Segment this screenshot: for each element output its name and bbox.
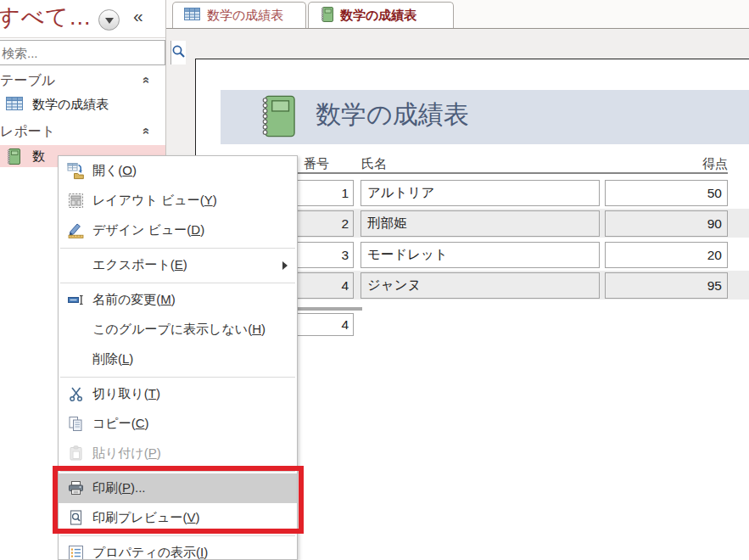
report-icon <box>6 148 20 167</box>
cell-no[interactable]: 2 <box>293 210 354 237</box>
menu-item-export[interactable]: エクスポート(E) <box>59 250 297 280</box>
menu-item-label: このグループに表示しない(H) <box>92 322 266 338</box>
cell-score[interactable]: 20 <box>605 242 728 268</box>
menu-item-label: 名前の変更(M) <box>92 292 176 308</box>
cell-total-count[interactable]: 4 <box>293 313 354 336</box>
header-underline <box>296 172 728 174</box>
cell-score[interactable]: 95 <box>605 272 728 299</box>
chevron-down-icon <box>105 18 114 24</box>
nav-pane-title: すべて... <box>0 2 91 32</box>
menu-item-delete[interactable]: 削除(L) <box>59 344 297 374</box>
menu-item-label: プロパティの表示(I) <box>92 545 208 560</box>
chevron-up-double-icon: « <box>139 127 154 134</box>
column-header-score: 得点 <box>605 156 728 172</box>
chevron-up-double-icon: « <box>139 76 154 83</box>
report-icon <box>320 7 333 25</box>
menu-item-rename[interactable]: 名前の変更(M) <box>59 285 297 315</box>
menu-item-label: レイアウト ビュー(Y) <box>92 193 217 209</box>
cut-icon <box>66 385 85 404</box>
rename-icon <box>66 291 85 310</box>
cell-score[interactable]: 50 <box>605 180 728 206</box>
cell-name[interactable]: ジャンヌ <box>361 272 600 299</box>
tab-label: 数学の成績表 <box>207 8 283 24</box>
search-button[interactable] <box>170 41 186 64</box>
cell-no[interactable]: 1 <box>293 180 354 206</box>
cell-score[interactable]: 90 <box>605 210 728 237</box>
tab-label: 数学の成績表 <box>340 8 416 24</box>
submenu-arrow-icon <box>282 261 288 270</box>
menu-item-open[interactable]: 開く(O) <box>59 156 297 186</box>
paste-icon <box>66 445 85 463</box>
cell-name[interactable]: モードレット <box>361 242 600 268</box>
column-header-name: 氏名 <box>361 156 387 172</box>
section-header-reports[interactable]: レポート « <box>0 122 165 143</box>
menu-item-label: デザイン ビュー(D) <box>92 222 204 238</box>
cell-name[interactable]: アルトリア <box>361 180 600 206</box>
menu-item-label: エクスポート(E) <box>92 257 187 273</box>
sidebar-item-table[interactable]: 数学の成績表 <box>0 93 165 115</box>
open-icon <box>66 162 85 181</box>
document-tab-bar: 数学の成績表 数学の成績表 <box>166 0 749 29</box>
menu-item-label: 切り取り(T) <box>92 386 160 402</box>
copy-icon <box>66 415 85 434</box>
menu-item-view-properties[interactable]: プロパティの表示(I) <box>59 538 297 560</box>
menu-item-print-preview[interactable]: 印刷プレビュー(V) <box>59 503 297 533</box>
menu-item-label: 印刷プレビュー(V) <box>92 510 199 526</box>
divider <box>0 37 165 38</box>
tab-bar-line <box>166 28 749 29</box>
menu-item-hide-in-group[interactable]: このグループに表示しない(H) <box>59 315 297 344</box>
print-preview-icon <box>66 509 85 528</box>
menu-item-label: 削除(L) <box>92 351 133 367</box>
menu-item-label: 印刷(P)... <box>92 480 146 496</box>
table-icon <box>6 97 23 113</box>
table-icon <box>184 8 200 23</box>
access-window: すべて... « テーブル « 数学の成績表 レポート « <box>0 0 749 560</box>
menu-item-label: 開く(O) <box>92 163 137 179</box>
menu-item-design-view[interactable]: デザイン ビュー(D) <box>59 216 297 245</box>
report-header-banner[interactable]: 数学の成績表 <box>221 90 749 144</box>
menu-item-cut[interactable]: 切り取り(T) <box>59 379 297 409</box>
report-title: 数学の成績表 <box>316 98 469 132</box>
context-menu: 開く(O) レイアウト ビュー(Y) デザイン ビュー(D) エクスポート(E)… <box>58 155 298 560</box>
layout-view-icon <box>66 192 85 210</box>
tab-table-view[interactable]: 数学の成績表 <box>172 2 306 28</box>
report-icon <box>257 95 296 141</box>
cell-no[interactable]: 3 <box>293 242 354 268</box>
cell-no[interactable]: 4 <box>293 272 354 299</box>
search-icon <box>171 44 186 62</box>
column-header-no: 番号 <box>304 156 329 172</box>
menu-item-copy[interactable]: コピー(C) <box>59 409 297 439</box>
shutter-bar-collapse-button[interactable]: « <box>133 6 143 26</box>
menu-item-label: 貼り付け(P) <box>92 445 161 462</box>
print-icon <box>66 479 85 498</box>
menu-item-label: コピー(C) <box>92 416 149 432</box>
design-view-icon <box>66 221 85 240</box>
properties-icon <box>66 544 85 560</box>
nav-pane-menu-button[interactable] <box>98 9 120 31</box>
menu-item-print[interactable]: 印刷(P)... <box>59 473 297 503</box>
cell-name[interactable]: 刑部姫 <box>361 210 600 237</box>
tab-report-view-active[interactable]: 数学の成績表 <box>308 2 454 28</box>
menu-item-layout-view[interactable]: レイアウト ビュー(Y) <box>59 186 297 216</box>
search-box <box>0 40 165 65</box>
search-input[interactable] <box>0 41 170 64</box>
summary-line <box>296 307 362 311</box>
menu-item-paste-disabled: 貼り付け(P) <box>59 439 297 468</box>
section-header-tables[interactable]: テーブル « <box>0 71 165 92</box>
